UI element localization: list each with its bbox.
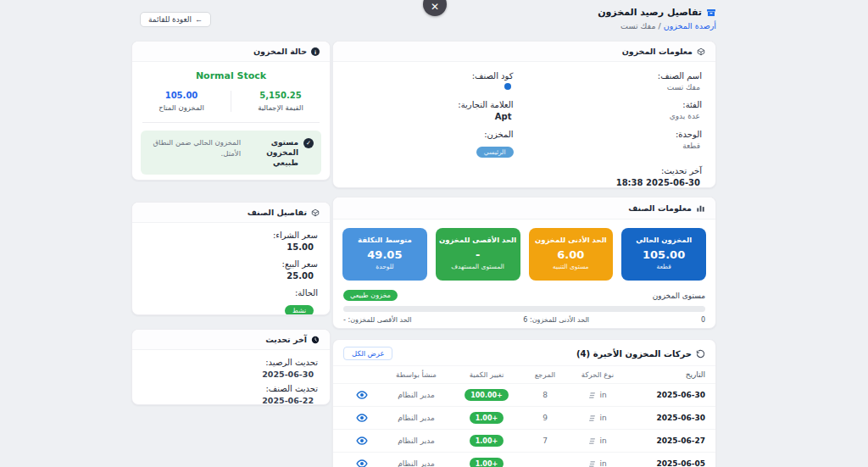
item-name-label: اسم الصنف: bbox=[536, 71, 703, 81]
back-to-list-button[interactable]: ← العودة للقائمة bbox=[140, 12, 211, 27]
current-stock-box: المخزون الحالي 105.00 قطعة bbox=[621, 228, 706, 281]
item-details-title: تفاصيل الصنف bbox=[248, 208, 307, 217]
col-date: التاريخ bbox=[627, 370, 705, 379]
min-stock-sub: مستوى التنبيه bbox=[529, 263, 614, 270]
item-details-header: تفاصيل الصنف bbox=[132, 203, 330, 223]
col-by: منشأ بواسطة bbox=[381, 370, 451, 379]
brand-value: Apt bbox=[347, 112, 514, 121]
divider bbox=[142, 122, 320, 123]
total-value-label: القيمة الإجمالية bbox=[231, 103, 330, 112]
purchase-price-value: 15.00 bbox=[144, 242, 318, 252]
max-stock-title: الحد الأقصى للمخزون bbox=[436, 236, 520, 244]
item-code-field: كود الصنف: bbox=[347, 71, 514, 92]
eye-icon bbox=[356, 458, 368, 467]
row-date: 2025-06-30 bbox=[627, 391, 705, 399]
last-update-card: آخر تحديث تحديث الرصيد: 2025-06-30 تحديث… bbox=[131, 329, 331, 405]
table-row: 2025-06-30 in 8 +100.00 مدير النظام bbox=[333, 383, 715, 406]
breadcrumb-parent-link[interactable]: أرصدة المخزون bbox=[664, 21, 716, 31]
view-all-button[interactable]: عرض الكل bbox=[343, 347, 392, 360]
warehouse-badge: الرئيسي bbox=[476, 147, 514, 158]
item-code-badge bbox=[504, 83, 511, 90]
info-circle-icon: i bbox=[311, 47, 320, 56]
scale-zero: 0 bbox=[701, 316, 705, 324]
close-button[interactable]: ✕ bbox=[423, 0, 447, 16]
stock-status-title: حالة المخزون bbox=[253, 47, 307, 56]
eye-icon bbox=[356, 435, 368, 447]
box-icon bbox=[697, 47, 705, 56]
breadcrumb-current: مفك تست bbox=[620, 21, 655, 31]
item-code-label: كود الصنف: bbox=[347, 71, 514, 81]
avg-cost-box: متوسط التكلفة 49.05 للوحدة bbox=[342, 228, 427, 281]
brand-field: العلامة التجارية: Apt bbox=[347, 100, 514, 121]
available-stock-label: المخزون المتاح bbox=[132, 103, 231, 112]
qty-badge: +1.00 bbox=[470, 412, 504, 424]
last-update-field: آخر تحديث: 2025-06-30 18:38 bbox=[536, 166, 703, 187]
col-qty: تغيير الكمية bbox=[451, 370, 522, 379]
item-name-field: اسم الصنف: مفك تست bbox=[536, 71, 703, 92]
max-stock-sub: المستوى المستهدف bbox=[436, 263, 520, 270]
view-movement-button[interactable] bbox=[342, 458, 381, 467]
item-details-card: تفاصيل الصنف سعر الشراء: 15.00 سعر البيع… bbox=[131, 202, 331, 315]
stock-level-scale: 0 الحد الأدنى للمخزون: 6 الحد الأقصى للم… bbox=[343, 316, 705, 324]
category-value: عدة يدوي bbox=[536, 112, 703, 120]
table-row: 2025-06-30 in 9 +1.00 مدير النظام bbox=[333, 406, 715, 429]
max-stock-value: - bbox=[436, 248, 520, 261]
max-stock-box: الحد الأقصى للمخزون - المستوى المستهدف bbox=[436, 228, 520, 281]
row-by: مدير النظام bbox=[381, 459, 451, 467]
view-movement-button[interactable] bbox=[342, 389, 381, 401]
note-text: المخزون الحالي ضمن النطاق الأمثل. bbox=[148, 137, 241, 159]
stock-level-progressbar bbox=[343, 306, 705, 312]
row-type: in bbox=[568, 459, 627, 467]
avg-cost-title: متوسط التكلفة bbox=[342, 236, 427, 244]
balance-update-value: 2025-06-30 bbox=[144, 370, 318, 379]
category-field: الفئة: عدة يدوي bbox=[536, 100, 703, 121]
status-badge: نشط bbox=[285, 305, 314, 315]
unit-field: الوحدة: قطعة bbox=[536, 130, 703, 158]
last-update-title: آخر تحديث bbox=[265, 335, 307, 344]
sale-price-label: سعر البيع: bbox=[144, 259, 318, 269]
view-movement-button[interactable] bbox=[342, 412, 381, 424]
page-title: تفاصيل رصيد المخزون bbox=[598, 7, 716, 18]
item-info-card: معلومات الصنف المخزون الحالي 105.00 قطعة… bbox=[332, 197, 716, 329]
table-row: 2025-06-05 in +1.00 مدير النظام bbox=[333, 452, 715, 467]
history-icon bbox=[696, 349, 705, 359]
row-qty: +1.00 bbox=[451, 412, 522, 424]
page-header: تفاصيل رصيد المخزون أرصدة المخزون / مفك … bbox=[598, 7, 716, 31]
page-title-text: تفاصيل رصيد المخزون bbox=[598, 7, 702, 18]
breadcrumb: أرصدة المخزون / مفك تست bbox=[598, 21, 716, 31]
avg-cost-sub: للوحدة bbox=[342, 263, 427, 270]
movement-in-icon bbox=[588, 414, 596, 422]
row-qty: +1.00 bbox=[451, 435, 522, 447]
purchase-price-label: سعر الشراء: bbox=[144, 231, 318, 240]
status-text: Normal Stock bbox=[132, 70, 330, 81]
stat-boxes: المخزون الحالي 105.00 قطعة الحد الأدنى ل… bbox=[333, 220, 715, 281]
view-movement-button[interactable] bbox=[342, 435, 381, 447]
stock-level-row: مستوى المخزون مخزون طبيعي bbox=[343, 290, 705, 301]
scale-min: الحد الأدنى للمخزون: 6 bbox=[523, 316, 589, 324]
unit-value: قطعة bbox=[536, 142, 703, 150]
sale-price-value: 25.00 bbox=[144, 271, 318, 281]
row-by: مدير النظام bbox=[381, 391, 451, 399]
unit-label: الوحدة: bbox=[536, 130, 703, 139]
table-row: 2025-06-27 in 7 +1.00 مدير النظام bbox=[333, 429, 715, 452]
purchase-price-field: سعر الشراء: 15.00 bbox=[132, 231, 330, 252]
avg-cost-value: 49.05 bbox=[342, 248, 427, 261]
close-icon: ✕ bbox=[431, 2, 439, 12]
breadcrumb-separator: / bbox=[659, 21, 661, 31]
eye-icon bbox=[356, 412, 368, 424]
main-column: معلومات المخزون اسم الصنف: مفك تست كود ا… bbox=[332, 41, 716, 467]
row-type-text: in bbox=[599, 459, 606, 467]
last-update-header: آخر تحديث bbox=[132, 330, 330, 350]
col-type: نوع الحركة bbox=[568, 370, 627, 379]
side-column: i حالة المخزون Normal Stock 5,150.25 الق… bbox=[131, 41, 331, 405]
row-type: in bbox=[568, 391, 627, 399]
brand-label: العلامة التجارية: bbox=[347, 100, 514, 109]
row-type: in bbox=[568, 436, 627, 445]
row-type-text: in bbox=[599, 414, 606, 422]
qty-badge: +100.00 bbox=[465, 389, 509, 401]
stock-info-card: معلومات المخزون اسم الصنف: مفك تست كود ا… bbox=[332, 41, 716, 188]
row-ref: 7 bbox=[522, 436, 568, 445]
total-value-stat: 5,150.25 القيمة الإجمالية bbox=[231, 91, 330, 112]
movement-in-icon bbox=[588, 392, 596, 399]
row-qty: +1.00 bbox=[451, 458, 522, 467]
